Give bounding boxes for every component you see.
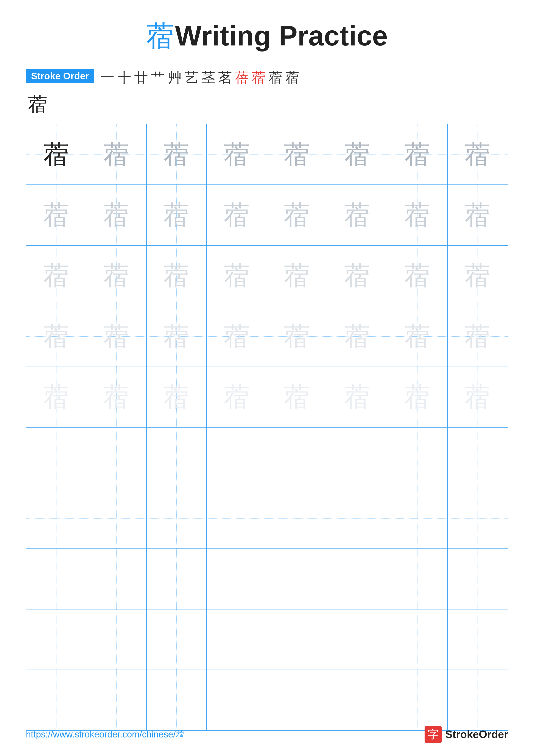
grid-row-5: 蓿 蓿 蓿 蓿 蓿 蓿 蓿 蓿 <box>26 367 508 428</box>
grid-cell-empty[interactable] <box>26 428 87 488</box>
grid-cell-empty[interactable] <box>147 549 207 609</box>
stroke-11: 蓿 <box>268 68 282 87</box>
footer: https://www.strokeorder.com/chinese/蓿 字 … <box>26 726 508 743</box>
grid-cell[interactable]: 蓿 <box>447 306 508 366</box>
practice-char: 蓿 <box>103 137 129 172</box>
grid-cell[interactable]: 蓿 <box>327 185 387 245</box>
grid-cell[interactable]: 蓿 <box>387 367 447 427</box>
writing-grid[interactable]: 蓿 蓿 蓿 蓿 蓿 蓿 蓿 蓿 蓿 蓿 蓿 蓿 蓿 蓿 蓿 蓿 蓿 蓿 蓿 蓿 … <box>26 124 508 731</box>
grid-cell-empty[interactable] <box>327 609 387 670</box>
grid-cell[interactable]: 蓿 <box>147 124 207 184</box>
grid-cell-empty[interactable] <box>267 549 327 609</box>
grid-cell-empty[interactable] <box>147 609 207 670</box>
grid-cell[interactable]: 蓿 <box>387 185 447 245</box>
grid-cell[interactable]: 蓿 <box>26 246 87 306</box>
practice-char: 蓿 <box>224 319 250 354</box>
grid-cell[interactable]: 蓿 <box>387 246 447 306</box>
grid-cell[interactable]: 蓿 <box>26 306 87 366</box>
grid-cell[interactable]: 蓿 <box>267 367 327 427</box>
grid-cell[interactable]: 蓿 <box>87 306 146 366</box>
grid-cell-empty[interactable] <box>267 609 327 670</box>
grid-cell[interactable]: 蓿 <box>447 246 508 306</box>
grid-cell-empty[interactable] <box>327 549 387 609</box>
grid-cell[interactable]: 蓿 <box>147 185 207 245</box>
grid-cell-empty[interactable] <box>267 670 327 730</box>
grid-cell[interactable]: 蓿 <box>207 306 267 366</box>
grid-cell-empty[interactable] <box>207 549 267 609</box>
grid-cell-empty[interactable] <box>327 428 387 488</box>
grid-cell[interactable]: 蓿 <box>267 185 327 245</box>
footer-logo-char: 字 <box>428 727 439 742</box>
practice-char: 蓿 <box>164 319 189 354</box>
grid-cell-empty[interactable] <box>447 428 508 488</box>
grid-cell-empty[interactable] <box>207 428 267 488</box>
grid-cell[interactable]: 蓿 <box>207 246 267 306</box>
practice-char: 蓿 <box>224 198 250 233</box>
grid-cell-empty[interactable] <box>87 428 146 488</box>
grid-cell-empty[interactable] <box>447 609 508 670</box>
grid-cell[interactable]: 蓿 <box>447 124 508 184</box>
grid-cell[interactable]: 蓿 <box>327 367 387 427</box>
grid-cell-empty[interactable] <box>87 488 146 548</box>
grid-cell[interactable]: 蓿 <box>387 306 447 366</box>
stroke-8: 茗 <box>218 68 232 87</box>
grid-cell[interactable]: 蓿 <box>26 185 87 245</box>
grid-cell[interactable]: 蓿 <box>147 246 207 306</box>
grid-cell-empty[interactable] <box>26 609 87 670</box>
practice-char: 蓿 <box>43 319 69 354</box>
grid-cell-empty[interactable] <box>447 549 508 609</box>
practice-char: 蓿 <box>465 380 491 415</box>
grid-cell[interactable]: 蓿 <box>87 367 146 427</box>
grid-cell[interactable]: 蓿 <box>147 306 207 366</box>
grid-cell-empty[interactable] <box>267 428 327 488</box>
grid-cell[interactable]: 蓿 <box>87 185 146 245</box>
grid-cell[interactable]: 蓿 <box>327 124 387 184</box>
grid-row-10 <box>26 670 508 730</box>
grid-cell-empty[interactable] <box>327 670 387 730</box>
grid-cell-empty[interactable] <box>207 488 267 548</box>
grid-cell[interactable]: 蓿 <box>147 367 207 427</box>
grid-row-4: 蓿 蓿 蓿 蓿 蓿 蓿 蓿 蓿 <box>26 306 508 367</box>
grid-cell-empty[interactable] <box>387 609 447 670</box>
grid-cell[interactable]: 蓿 <box>26 124 87 184</box>
grid-cell-empty[interactable] <box>26 670 87 730</box>
grid-cell-empty[interactable] <box>387 549 447 609</box>
grid-cell[interactable]: 蓿 <box>267 306 327 366</box>
grid-cell[interactable]: 蓿 <box>26 367 87 427</box>
stroke-3: 廿 <box>134 68 148 87</box>
grid-cell[interactable]: 蓿 <box>447 185 508 245</box>
grid-cell[interactable]: 蓿 <box>207 124 267 184</box>
practice-char: 蓿 <box>103 380 129 415</box>
practice-char: 蓿 <box>103 258 129 293</box>
grid-cell-empty[interactable] <box>207 670 267 730</box>
grid-cell-empty[interactable] <box>26 488 87 548</box>
grid-cell-empty[interactable] <box>87 549 146 609</box>
grid-cell-empty[interactable] <box>147 488 207 548</box>
practice-char: 蓿 <box>284 380 310 415</box>
grid-cell-empty[interactable] <box>387 488 447 548</box>
grid-cell[interactable]: 蓿 <box>327 246 387 306</box>
grid-cell[interactable]: 蓿 <box>447 367 508 427</box>
grid-cell-empty[interactable] <box>26 549 87 609</box>
grid-cell[interactable]: 蓿 <box>327 306 387 366</box>
grid-cell-empty[interactable] <box>447 488 508 548</box>
grid-cell-empty[interactable] <box>87 609 146 670</box>
footer-url[interactable]: https://www.strokeorder.com/chinese/蓿 <box>26 728 185 741</box>
grid-cell-empty[interactable] <box>267 488 327 548</box>
grid-cell[interactable]: 蓿 <box>267 246 327 306</box>
grid-cell[interactable]: 蓿 <box>207 367 267 427</box>
grid-cell[interactable]: 蓿 <box>267 124 327 184</box>
grid-cell-empty[interactable] <box>87 670 146 730</box>
grid-cell-empty[interactable] <box>327 488 387 548</box>
grid-cell[interactable]: 蓿 <box>387 124 447 184</box>
grid-cell-empty[interactable] <box>387 670 447 730</box>
grid-cell[interactable]: 蓿 <box>207 185 267 245</box>
grid-cell-empty[interactable] <box>207 609 267 670</box>
grid-cell[interactable]: 蓿 <box>87 246 146 306</box>
grid-cell-empty[interactable] <box>147 670 207 730</box>
grid-cell-empty[interactable] <box>447 670 508 730</box>
grid-cell[interactable]: 蓿 <box>87 124 146 184</box>
grid-cell-empty[interactable] <box>147 428 207 488</box>
grid-cell-empty[interactable] <box>387 428 447 488</box>
practice-char: 蓿 <box>404 137 430 172</box>
